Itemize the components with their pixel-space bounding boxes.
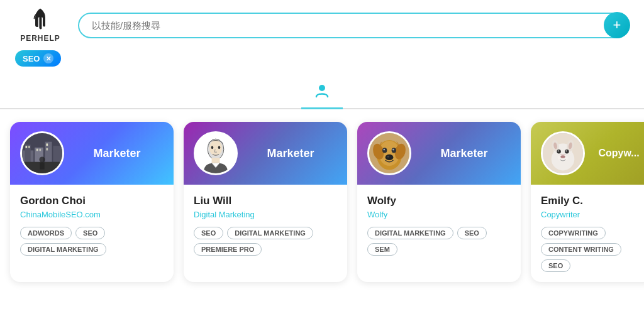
card-4-body: Emily C. Copywriter COPYWRITING CONTENT … bbox=[531, 185, 644, 282]
card-wolfy[interactable]: Marketer Wolfy Wolfy DIGITAL MARKETING S… bbox=[357, 122, 521, 282]
svg-rect-13 bbox=[46, 148, 48, 151]
avatar-liu bbox=[194, 131, 238, 175]
card-header-4: Copyw... bbox=[531, 122, 644, 185]
tag-seo-3[interactable]: SEO bbox=[457, 227, 487, 239]
svg-point-46 bbox=[560, 155, 565, 158]
svg-point-29 bbox=[383, 149, 385, 151]
search-bar-wrapper: + bbox=[78, 13, 629, 38]
tag-seo-2[interactable]: SEO bbox=[194, 227, 223, 239]
avatar-emily bbox=[541, 131, 585, 175]
svg-rect-21 bbox=[212, 158, 220, 163]
tab-row bbox=[0, 73, 644, 109]
svg-point-41 bbox=[565, 149, 569, 153]
filter-tags: SEO ✕ bbox=[0, 50, 644, 73]
logo-text: PERHELP bbox=[20, 34, 60, 43]
card-2-subtitle: Digital Marketing bbox=[194, 210, 337, 219]
card-header-1: Marketer bbox=[10, 122, 174, 185]
card-4-tags: COPYWRITING CONTENT WRITING SEO bbox=[541, 227, 644, 272]
logo-area: PERHELP bbox=[15, 8, 65, 43]
tab-people[interactable] bbox=[301, 78, 343, 108]
svg-point-30 bbox=[392, 149, 394, 151]
card-2-tags: SEO DIGITAL MARKETING PREMIERE PRO bbox=[194, 227, 337, 256]
card-4-role: Copyw... bbox=[581, 148, 644, 159]
logo-icon bbox=[28, 8, 53, 33]
filter-tag-label: SEO bbox=[23, 54, 40, 63]
card-3-name: Wolfy bbox=[367, 195, 511, 207]
tag-digital-marketing-3[interactable]: DIGITAL MARKETING bbox=[367, 227, 453, 239]
svg-rect-6 bbox=[53, 146, 62, 173]
card-liu-will[interactable]: Marketer Liu Will Digital Marketing SEO … bbox=[184, 122, 347, 282]
svg-point-32 bbox=[387, 156, 389, 158]
card-4-name: Emily C. bbox=[541, 195, 644, 207]
card-2-body: Liu Will Digital Marketing SEO DIGITAL M… bbox=[184, 185, 347, 266]
card-header-3: Marketer bbox=[357, 122, 521, 185]
avatar-gordon bbox=[20, 131, 64, 175]
card-3-tags: DIGITAL MARKETING SEO SEM bbox=[367, 227, 511, 256]
card-1-name: Gordon Choi bbox=[20, 195, 164, 207]
filter-tag-close[interactable]: ✕ bbox=[43, 53, 53, 63]
svg-point-0 bbox=[319, 85, 325, 91]
tag-seo-4[interactable]: SEO bbox=[541, 259, 570, 272]
tag-content-writing[interactable]: CONTENT WRITING bbox=[541, 243, 621, 256]
search-input[interactable] bbox=[78, 13, 629, 38]
tag-adwords[interactable]: ADWORDS bbox=[20, 227, 72, 239]
tag-copywriting[interactable]: COPYWRITING bbox=[541, 227, 606, 239]
svg-point-42 bbox=[558, 150, 559, 151]
card-2-role: Marketer bbox=[234, 147, 347, 160]
tag-premiere-pro[interactable]: PREMIERE PRO bbox=[194, 243, 262, 256]
svg-point-43 bbox=[565, 150, 567, 151]
cards-area: Marketer Gordon Choi ChinaMobileSEO.com … bbox=[0, 109, 644, 295]
card-emily[interactable]: Copyw... Emily C. Copywriter COPYWRITING… bbox=[531, 122, 644, 282]
svg-point-14 bbox=[39, 156, 45, 162]
svg-point-27 bbox=[382, 148, 387, 153]
card-1-body: Gordon Choi ChinaMobileSEO.com ADWORDS S… bbox=[10, 185, 174, 266]
card-3-role: Marketer bbox=[408, 147, 521, 160]
svg-point-28 bbox=[392, 148, 396, 153]
svg-rect-10 bbox=[36, 149, 38, 151]
svg-point-19 bbox=[211, 146, 214, 149]
add-button[interactable]: + bbox=[604, 12, 630, 38]
svg-rect-9 bbox=[28, 146, 30, 148]
svg-rect-15 bbox=[40, 163, 44, 170]
svg-rect-12 bbox=[46, 143, 48, 146]
card-1-role: Marketer bbox=[60, 147, 174, 160]
card-2-name: Liu Will bbox=[194, 195, 337, 207]
card-4-subtitle: Copywriter bbox=[541, 210, 644, 219]
header: PERHELP + bbox=[0, 0, 644, 50]
svg-rect-11 bbox=[39, 149, 41, 151]
card-header-2: Marketer bbox=[184, 122, 347, 185]
people-icon bbox=[314, 87, 330, 102]
svg-rect-8 bbox=[25, 146, 27, 148]
tag-seo[interactable]: SEO bbox=[75, 227, 105, 239]
svg-point-40 bbox=[557, 149, 560, 153]
svg-point-31 bbox=[386, 155, 394, 160]
svg-point-20 bbox=[218, 146, 221, 149]
tag-sem[interactable]: SEM bbox=[367, 243, 397, 256]
avatar-wolfy bbox=[367, 131, 411, 175]
tag-digital-marketing-2[interactable]: DIGITAL MARKETING bbox=[227, 227, 313, 239]
card-3-body: Wolfy Wolfy DIGITAL MARKETING SEO SEM bbox=[357, 185, 521, 266]
seo-filter-tag[interactable]: SEO ✕ bbox=[15, 50, 61, 67]
card-gordon-choi[interactable]: Marketer Gordon Choi ChinaMobileSEO.com … bbox=[10, 122, 174, 282]
card-1-subtitle: ChinaMobileSEO.com bbox=[20, 210, 164, 219]
tag-digital-marketing[interactable]: DIGITAL MARKETING bbox=[20, 243, 106, 256]
card-3-subtitle: Wolfy bbox=[367, 210, 511, 219]
card-1-tags: ADWORDS SEO DIGITAL MARKETING bbox=[20, 227, 164, 256]
